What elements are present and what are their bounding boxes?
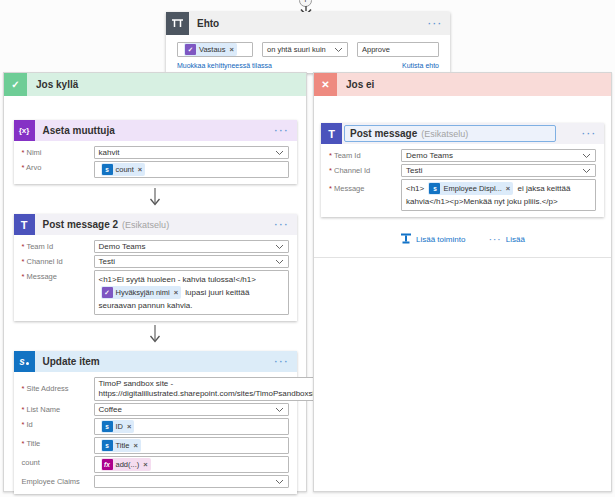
site-address-label: Site Address xyxy=(22,377,94,394)
expression-token-add[interactable]: fx add(...) × xyxy=(101,458,151,471)
token-remove-icon[interactable]: × xyxy=(506,183,510,194)
update-item-menu-button[interactable]: ··· xyxy=(275,357,290,367)
list-name-select[interactable]: Coffee xyxy=(94,403,289,416)
sharepoint-icon: s xyxy=(102,421,113,432)
approvals-icon: ✓ xyxy=(185,44,196,55)
check-icon: ✓ xyxy=(4,73,27,96)
add-action-button[interactable]: Lisää toiminto xyxy=(400,233,465,245)
condition-value-field[interactable]: ✓ Vastaus × xyxy=(177,42,253,57)
team-id-label: Team Id xyxy=(22,240,94,252)
id-label: Id xyxy=(22,418,94,430)
dynamic-token-id[interactable]: s ID × xyxy=(101,420,135,433)
token-label: add(...) xyxy=(116,459,140,470)
if-yes-header[interactable]: ✓ Jos kyllä xyxy=(4,73,306,96)
chevron-down-icon xyxy=(334,47,343,53)
collapse-condition-link[interactable]: Kutista ehto xyxy=(402,62,439,69)
set-variable-menu-button[interactable]: ··· xyxy=(275,126,290,136)
token-label: Title xyxy=(116,440,130,451)
token-remove-icon[interactable]: × xyxy=(133,440,137,451)
dynamic-token-title[interactable]: s Title × xyxy=(101,439,141,452)
edit-advanced-mode-link[interactable]: Muokkaa kehittyneessä tilassa xyxy=(177,62,272,69)
token-remove-icon[interactable]: × xyxy=(138,164,142,175)
preview-suffix: (Esikatselu) xyxy=(122,220,169,230)
condition-card: Ehto ··· ✓ Vastaus × on yhtä suuri kuin xyxy=(166,12,450,73)
approvals-icon: ✓ xyxy=(102,287,113,298)
sharepoint-letter: s xyxy=(19,356,25,367)
channel-id-label: Channel Id xyxy=(22,255,94,267)
post-message-title-selected[interactable]: Post message (Esikatselu) xyxy=(344,125,556,142)
variable-name-value: kahvit xyxy=(99,148,120,157)
chevron-down-icon xyxy=(582,153,591,159)
sharepoint-dot xyxy=(26,362,29,365)
site-address-line2: https://digitalillustrated.sharepoint.co… xyxy=(99,389,321,399)
condition-icon xyxy=(166,12,189,35)
channel-id-select[interactable]: Testi xyxy=(401,164,596,177)
dynamic-token-approver-name[interactable]: ✓ Hyväksyjän nimi × xyxy=(101,286,182,299)
plus-icon: + xyxy=(303,0,308,5)
title-field[interactable]: s Title × xyxy=(94,437,289,454)
count-field[interactable]: fx add(...) × xyxy=(94,456,289,473)
condition-card-header[interactable]: Ehto ··· xyxy=(166,12,450,35)
message-text-line1: <h1>Ei syytä huoleen - kahvia tulossa!</… xyxy=(99,273,284,286)
sharepoint-icon: s xyxy=(102,440,113,451)
team-id-select[interactable]: Demo Teams xyxy=(94,240,289,253)
post-message-2-menu-button[interactable]: ··· xyxy=(275,220,290,230)
if-yes-branch: ✓ Jos kyllä {x} Aseta muuttuja ··· Nimi … xyxy=(3,72,307,492)
site-address-line1: TimoP sandbox site - xyxy=(99,379,174,389)
token-label: Employee Displ... xyxy=(443,183,501,194)
site-address-select[interactable]: TimoP sandbox site - https://digitalillu… xyxy=(94,377,338,401)
if-yes-title: Jos kyllä xyxy=(36,79,78,90)
token-remove-icon[interactable]: × xyxy=(174,287,178,298)
dynamic-token-employee-display[interactable]: s Employee Displ... × xyxy=(428,182,513,195)
post-message-menu-button[interactable]: ··· xyxy=(582,129,597,139)
sharepoint-icon: s xyxy=(14,351,35,372)
post-message-2-header[interactable]: T Post message 2 (Esikatselu) ··· xyxy=(14,214,297,235)
token-label: Vastaus xyxy=(199,44,226,55)
branch-content-divider xyxy=(314,257,611,258)
post-message-header[interactable]: T Post message (Esikatselu) ··· xyxy=(321,123,604,144)
token-label: count xyxy=(116,164,134,175)
set-variable-title: Aseta muuttuja xyxy=(43,125,115,136)
set-variable-card: {x} Aseta muuttuja ··· Nimi kahvit Arvo xyxy=(14,120,297,184)
token-remove-icon[interactable]: × xyxy=(143,459,147,470)
update-item-header[interactable]: s Update item ··· xyxy=(14,351,297,372)
employee-claims-label: Employee Claims xyxy=(22,475,94,487)
channel-id-label: Channel Id xyxy=(329,164,401,176)
team-id-label: Team Id xyxy=(329,149,401,161)
team-id-select[interactable]: Demo Teams xyxy=(401,149,596,162)
token-remove-icon[interactable]: × xyxy=(230,44,234,55)
team-id-value: Demo Teams xyxy=(99,242,146,251)
message-label: Message xyxy=(329,179,401,194)
variable-name-select[interactable]: kahvit xyxy=(94,146,289,159)
list-name-value: Coffee xyxy=(99,405,122,414)
if-no-title: Jos ei xyxy=(346,79,374,90)
variable-icon: {x} xyxy=(14,120,35,141)
condition-menu-button[interactable]: ··· xyxy=(428,19,443,29)
id-field[interactable]: s ID × xyxy=(94,418,289,435)
condition-compare-input[interactable]: Approve xyxy=(357,42,439,57)
chevron-down-icon xyxy=(275,150,284,156)
list-name-label: List Name xyxy=(22,403,94,415)
dynamic-token-count[interactable]: s count × xyxy=(101,163,146,176)
value-field-label: Arvo xyxy=(22,161,94,173)
if-no-header[interactable]: ✕ Jos ei xyxy=(314,73,611,96)
post-message-card: T Post message (Esikatselu) ··· Team Id … xyxy=(321,123,604,217)
condition-title: Ehto xyxy=(197,18,219,29)
update-item-card: s Update item ··· Site Address TimoP san… xyxy=(14,351,297,494)
message-input[interactable]: <h1>Ei syytä huoleen - kahvia tulossa!</… xyxy=(94,270,289,315)
condition-operator-select[interactable]: on yhtä suuri kuin xyxy=(262,42,348,57)
channel-id-value: Testi xyxy=(406,166,422,175)
dynamic-token-vastaus[interactable]: ✓ Vastaus × xyxy=(184,43,237,56)
chevron-down-icon xyxy=(275,479,284,485)
token-label: ID xyxy=(116,421,124,432)
message-input[interactable]: <h1> s Employee Displ... × ei jaksa keit… xyxy=(401,179,596,211)
variable-value-field[interactable]: s count × xyxy=(94,161,289,178)
flow-designer-canvas: + Ehto ··· ✓ Vastaus × xyxy=(0,0,615,497)
set-variable-header[interactable]: {x} Aseta muuttuja ··· xyxy=(14,120,297,141)
token-label: Hyväksyjän nimi xyxy=(116,287,170,298)
employee-claims-select[interactable] xyxy=(94,475,289,488)
add-more-button[interactable]: ··· Lisää xyxy=(489,235,525,244)
channel-id-select[interactable]: Testi xyxy=(94,255,289,268)
chevron-down-icon xyxy=(582,168,591,174)
token-remove-icon[interactable]: × xyxy=(127,421,131,432)
